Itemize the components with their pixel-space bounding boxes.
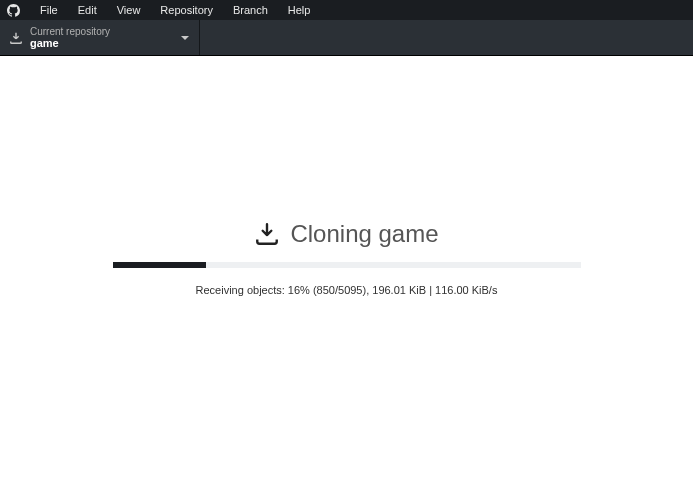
- clone-title: Cloning game: [290, 220, 438, 248]
- menu-repository[interactable]: Repository: [150, 0, 223, 20]
- menubar: File Edit View Repository Branch Help: [0, 0, 693, 20]
- clone-heading: Cloning game: [254, 220, 438, 248]
- content: Cloning game Receiving objects: 16% (850…: [0, 36, 693, 480]
- menu-edit[interactable]: Edit: [68, 0, 107, 20]
- progress-fill: [113, 262, 207, 268]
- status-text: Receiving objects: 16% (850/5095), 196.0…: [196, 284, 498, 296]
- menu-help[interactable]: Help: [278, 0, 321, 20]
- clone-download-icon: [254, 221, 280, 247]
- menu-view[interactable]: View: [107, 0, 151, 20]
- menu-file[interactable]: File: [30, 0, 68, 20]
- github-logo-icon: [6, 3, 20, 17]
- progress-bar: [113, 262, 581, 268]
- menu-branch[interactable]: Branch: [223, 0, 278, 20]
